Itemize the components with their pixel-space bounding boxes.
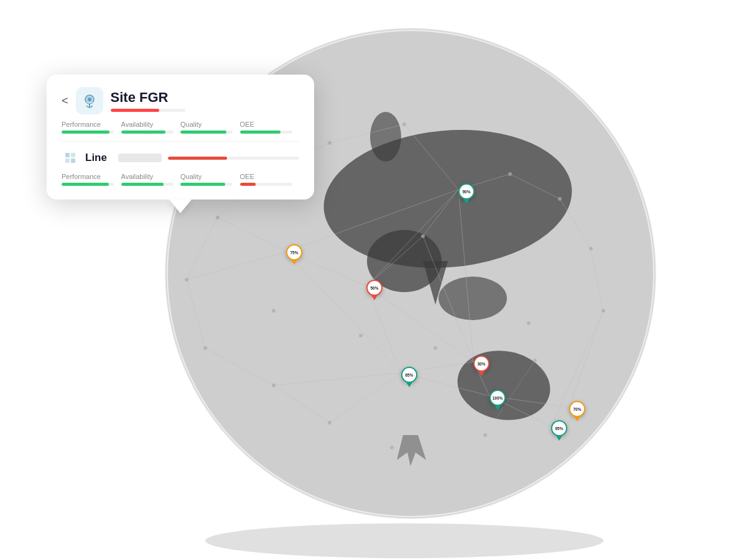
pin-pointer xyxy=(463,199,470,204)
site-metric-availability: Availability xyxy=(121,121,181,134)
site-icon xyxy=(76,87,103,114)
svg-rect-81 xyxy=(65,153,70,157)
pin-badge: 90% xyxy=(458,183,475,200)
metric-bar xyxy=(121,131,174,134)
svg-point-54 xyxy=(272,383,276,387)
pin-pointer xyxy=(478,371,485,376)
metric-label: OEE xyxy=(240,173,254,180)
line-icon xyxy=(62,149,79,167)
site-metric-oee: OEE xyxy=(240,121,300,134)
metric-label: Performance xyxy=(62,121,101,128)
map-pin-pin8[interactable]: 95% xyxy=(551,420,567,441)
svg-rect-83 xyxy=(65,158,70,163)
pin-badge: 70% xyxy=(569,401,585,417)
site-metric-quality: Quality xyxy=(180,121,240,134)
site-metric-performance: Performance xyxy=(62,121,121,134)
map-pin-pin1[interactable]: 90% xyxy=(458,183,475,204)
metric-label: Quality xyxy=(180,121,202,128)
svg-point-48 xyxy=(508,172,512,176)
pin-badge: 75% xyxy=(286,244,302,260)
line-overall-bar xyxy=(168,157,299,160)
svg-point-44 xyxy=(216,216,220,219)
metric-label: Quality xyxy=(180,173,202,180)
metric-bar xyxy=(180,131,233,134)
map-pin-pin2[interactable]: 75% xyxy=(286,244,302,265)
line-metric-performance: Performance xyxy=(62,173,121,186)
svg-point-50 xyxy=(589,247,593,250)
svg-point-0 xyxy=(205,523,603,558)
card-divider xyxy=(62,141,299,142)
metric-label: Availability xyxy=(121,121,154,128)
pin-pointer xyxy=(556,436,562,441)
map-pin-pin6[interactable]: 100% xyxy=(489,390,506,410)
svg-rect-82 xyxy=(71,153,75,157)
site-name: Site FGR xyxy=(111,90,299,106)
line-metrics-row: Performance Availability Quality OEE xyxy=(62,173,299,186)
metric-bar xyxy=(62,183,114,186)
pin-badge: 95% xyxy=(551,420,567,436)
line-name: Line xyxy=(85,152,107,164)
line-metric-quality: Quality xyxy=(180,173,240,186)
svg-point-79 xyxy=(88,98,91,101)
svg-point-47 xyxy=(402,122,406,126)
pin-badge: 100% xyxy=(489,390,506,406)
svg-rect-84 xyxy=(71,158,75,163)
svg-point-9 xyxy=(370,112,401,162)
line-sublabel xyxy=(118,154,162,162)
svg-point-56 xyxy=(421,234,425,238)
line-metric-availability: Availability xyxy=(121,173,181,186)
map-pin-pin5[interactable]: 30% xyxy=(473,356,489,376)
map-pin-pin7[interactable]: 70% xyxy=(569,401,585,421)
svg-point-53 xyxy=(203,346,207,350)
site-popup-card: < Site FGR Performance Availability xyxy=(47,75,314,200)
pin-pointer xyxy=(574,416,580,421)
pin-badge: 50% xyxy=(366,280,383,296)
metric-label: Performance xyxy=(62,173,101,180)
svg-point-7 xyxy=(438,277,507,320)
pin-pointer xyxy=(371,295,378,300)
metric-label: Availability xyxy=(121,173,154,180)
line-metric-oee: OEE xyxy=(240,173,300,186)
svg-point-49 xyxy=(558,197,562,201)
pin-pointer xyxy=(494,405,501,410)
pin-badge: 30% xyxy=(473,356,489,372)
pin-pointer xyxy=(406,382,412,387)
map-pin-pin3[interactable]: 50% xyxy=(366,280,383,300)
metric-bar xyxy=(121,183,174,186)
pin-pointer xyxy=(291,260,297,265)
metric-label: OEE xyxy=(240,121,254,128)
metric-bar xyxy=(180,183,233,186)
svg-point-52 xyxy=(185,278,188,282)
pin-badge: 65% xyxy=(401,367,417,383)
map-pin-pin4[interactable]: 65% xyxy=(401,367,417,387)
svg-point-46 xyxy=(328,141,332,145)
metric-bar xyxy=(240,131,292,134)
site-overall-bar xyxy=(111,109,185,112)
metric-bar xyxy=(240,183,292,186)
back-button[interactable]: < xyxy=(62,94,68,108)
site-metrics-row: Performance Availability Quality OEE xyxy=(62,121,299,134)
metric-bar xyxy=(62,131,114,134)
